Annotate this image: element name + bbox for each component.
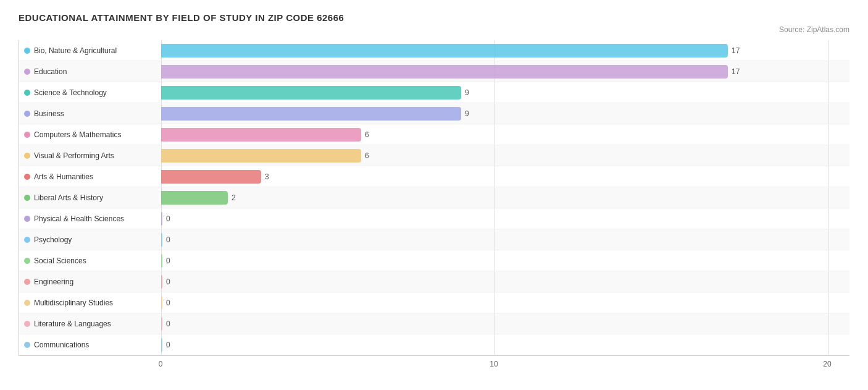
bar xyxy=(161,86,461,100)
bar-label-text: Liberal Arts & History xyxy=(34,193,103,202)
bar-dot xyxy=(24,111,30,117)
bar-dot xyxy=(24,195,30,201)
bar xyxy=(161,107,461,121)
bar-label: Multidisciplinary Studies xyxy=(19,299,161,307)
x-axis-tick: 20 xyxy=(823,360,831,368)
bar-label-text: Social Sciences xyxy=(34,256,86,265)
bar-dot xyxy=(24,132,30,138)
bar-dot xyxy=(24,279,30,285)
bar-dot xyxy=(24,342,30,348)
bar-container: 0 xyxy=(161,271,849,292)
bar-dot xyxy=(24,90,30,96)
bar-dot xyxy=(24,237,30,243)
bar-container: 6 xyxy=(161,145,849,166)
bar-container: 9 xyxy=(161,103,849,124)
bar-label-text: Communications xyxy=(34,341,89,349)
bar-row: Visual & Performing Arts6 xyxy=(19,145,849,166)
bar-row: Business9 xyxy=(19,103,849,124)
bar-row: Engineering0 xyxy=(19,271,849,292)
bar-value-label: 3 xyxy=(265,172,269,181)
bar-row: Science & Technology9 xyxy=(19,82,849,103)
bar-label: Arts & Humanities xyxy=(19,172,161,181)
bar-dot xyxy=(24,321,30,327)
bar-row: Arts & Humanities3 xyxy=(19,166,849,187)
bar-container: 17 xyxy=(161,40,849,61)
bar-row: Bio, Nature & Agricultural17 xyxy=(19,40,849,61)
bar-value-label: 6 xyxy=(365,130,369,139)
source-label: Source: ZipAtlas.com xyxy=(19,25,849,34)
x-axis-tick: 0 xyxy=(159,360,163,368)
bar-label: Social Sciences xyxy=(19,256,161,265)
bar-value-label: 17 xyxy=(732,46,740,55)
bar-value-label: 0 xyxy=(166,256,170,265)
bar-label-text: Literature & Languages xyxy=(34,320,111,328)
bar-label-text: Education xyxy=(34,67,67,76)
bar-row: Education17 xyxy=(19,61,849,82)
bar-value-label: 0 xyxy=(166,320,170,328)
bar-dot xyxy=(24,174,30,180)
bar-label-text: Multidisciplinary Studies xyxy=(34,299,113,307)
bar-row: Physical & Health Sciences0 xyxy=(19,208,849,229)
bar-container: 0 xyxy=(161,313,849,334)
bar xyxy=(161,149,361,163)
bar-container: 0 xyxy=(161,229,849,250)
bar-label-text: Computers & Mathematics xyxy=(34,130,121,139)
bar-value-label: 0 xyxy=(166,341,170,349)
bar-value-label: 0 xyxy=(166,235,170,244)
bar-dot xyxy=(24,48,30,54)
bar-container: 9 xyxy=(161,82,849,103)
bar xyxy=(161,44,728,57)
bar xyxy=(161,233,162,247)
bar-label: Visual & Performing Arts xyxy=(19,151,161,160)
bar-row: Liberal Arts & History2 xyxy=(19,187,849,208)
bar-container: 0 xyxy=(161,250,849,271)
bar-dot xyxy=(24,69,30,75)
chart-title: EDUCATIONAL ATTAINMENT BY FIELD OF STUDY… xyxy=(19,12,849,23)
bar-dot xyxy=(24,216,30,222)
bar xyxy=(161,212,162,226)
bar-label-text: Psychology xyxy=(34,235,72,244)
bar-dot xyxy=(24,153,30,159)
bar-value-label: 0 xyxy=(166,214,170,223)
bar-label: Literature & Languages xyxy=(19,320,161,328)
bar-container: 3 xyxy=(161,166,849,187)
bar-container: 0 xyxy=(161,208,849,229)
bar xyxy=(161,254,162,268)
x-axis-tick: 10 xyxy=(490,360,498,368)
bar-dot xyxy=(24,300,30,306)
bar-value-label: 0 xyxy=(166,299,170,307)
bar-row: Psychology0 xyxy=(19,229,849,250)
bar xyxy=(161,128,361,142)
bar-label: Bio, Nature & Agricultural xyxy=(19,46,161,55)
bar-label: Education xyxy=(19,67,161,76)
bar-value-label: 6 xyxy=(365,151,369,160)
bar xyxy=(161,275,162,289)
bar-label-text: Bio, Nature & Agricultural xyxy=(34,46,117,55)
bar-value-label: 9 xyxy=(465,88,469,97)
bar-container: 6 xyxy=(161,124,849,145)
bar-value-label: 17 xyxy=(732,67,740,76)
bar-label: Engineering xyxy=(19,278,161,286)
bar-label: Business xyxy=(19,109,161,118)
bar-label-text: Business xyxy=(34,109,64,118)
bar-label-text: Arts & Humanities xyxy=(34,172,93,181)
bar-value-label: 2 xyxy=(232,193,236,202)
x-axis: 01020 xyxy=(19,356,849,372)
bar-label: Psychology xyxy=(19,235,161,244)
bar xyxy=(161,317,162,331)
bar-value-label: 9 xyxy=(465,109,469,118)
bar-label: Computers & Mathematics xyxy=(19,130,161,139)
bar-row: Communications0 xyxy=(19,334,849,355)
bar-label-text: Engineering xyxy=(34,278,73,286)
bar xyxy=(161,65,728,78)
bar-row: Literature & Languages0 xyxy=(19,313,849,334)
bar-row: Social Sciences0 xyxy=(19,250,849,271)
bar-label: Communications xyxy=(19,341,161,349)
bar-container: 0 xyxy=(161,292,849,313)
bar-label-text: Physical & Health Sciences xyxy=(34,214,124,223)
chart-area: Bio, Nature & Agricultural17Education17S… xyxy=(19,40,849,356)
bar-row: Computers & Mathematics6 xyxy=(19,124,849,145)
bar-label: Science & Technology xyxy=(19,88,161,97)
bar-label-text: Visual & Performing Arts xyxy=(34,151,114,160)
bar-container: 17 xyxy=(161,61,849,82)
